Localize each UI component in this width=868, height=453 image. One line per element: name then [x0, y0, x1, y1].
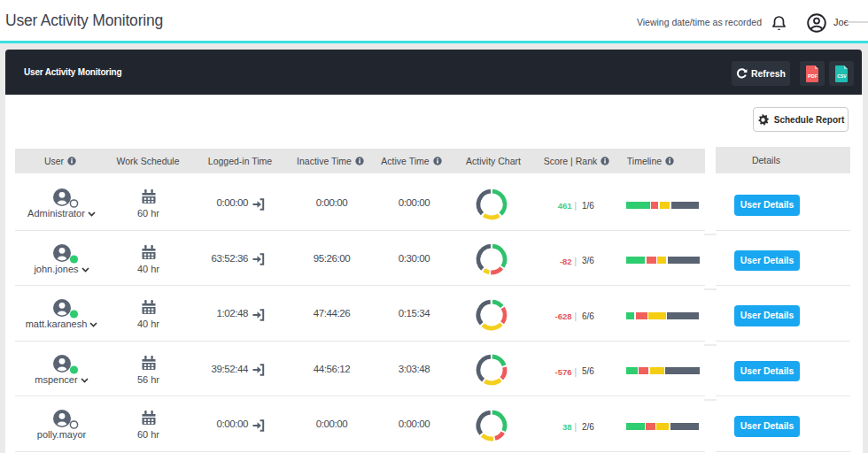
svg-text:CSV: CSV [837, 73, 847, 78]
svg-text:PDF: PDF [808, 73, 818, 78]
